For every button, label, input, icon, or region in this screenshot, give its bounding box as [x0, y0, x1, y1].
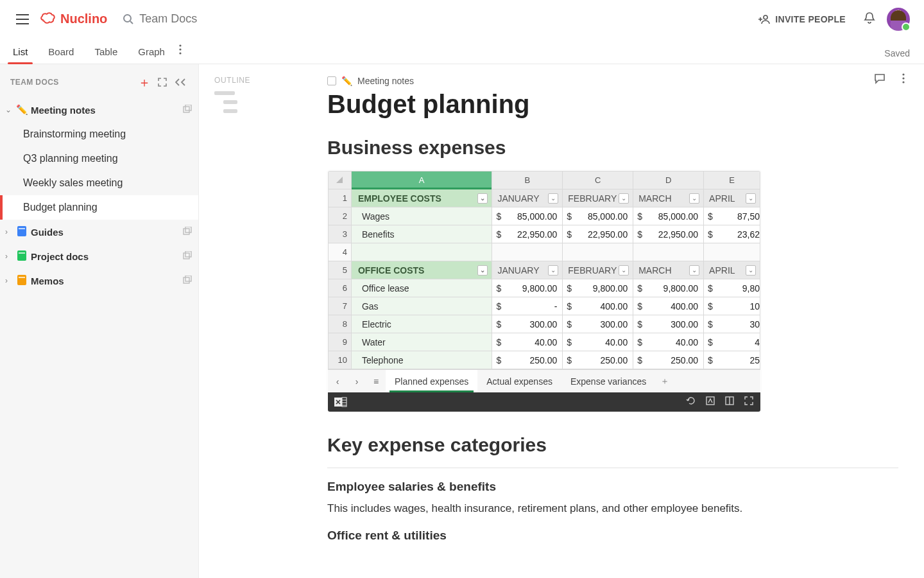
row-label[interactable]: Benefits [351, 225, 492, 243]
col-header-D[interactable]: D [633, 171, 704, 189]
sidebar-item-weekly-sales-meeting[interactable]: Weekly sales meeting [0, 171, 198, 195]
row-number[interactable]: 1 [329, 189, 352, 207]
row-number[interactable]: 2 [329, 207, 352, 225]
month-header[interactable]: FEBRUARY⌄ [563, 261, 633, 279]
view-tab-board[interactable]: Board [47, 46, 75, 64]
col-header-C[interactable]: C [563, 171, 633, 189]
month-header[interactable]: JANUARY⌄ [492, 261, 563, 279]
cell[interactable]: $300.00 [492, 315, 563, 333]
month-header[interactable]: APRIL⌄ [704, 189, 760, 207]
cell[interactable]: $85,000.00 [633, 207, 704, 225]
row-number[interactable]: 4 [329, 243, 352, 261]
cell[interactable]: $85,000.00 [492, 207, 563, 225]
breadcrumb[interactable]: ✏️ Meeting notes [327, 76, 898, 86]
row-number[interactable]: 5 [329, 261, 352, 279]
dropdown-icon[interactable]: ⌄ [477, 193, 488, 204]
sidebar-expand-button[interactable] [153, 73, 171, 91]
dropdown-icon[interactable]: ⌄ [746, 265, 756, 276]
group-header[interactable]: EMPLOYEE COSTS⌄ [351, 189, 492, 207]
cell[interactable]: $40.00 [492, 333, 563, 351]
sheet-all-tabs-button[interactable]: ≡ [366, 376, 386, 387]
sidebar-item-q3-planning-meeting[interactable]: Q3 planning meeting [0, 146, 198, 171]
row-label[interactable]: Electric [351, 315, 492, 333]
row-label[interactable]: Wages [351, 207, 492, 225]
dropdown-icon[interactable]: ⌄ [689, 193, 699, 204]
sidebar-item-guides[interactable]: ›Guides [0, 220, 198, 244]
cell[interactable]: $25 [704, 351, 760, 369]
doc-more-button[interactable] [902, 73, 905, 87]
cell[interactable]: $30 [704, 315, 760, 333]
cell[interactable]: $250.00 [563, 351, 633, 369]
cell[interactable]: $85,000.00 [563, 207, 633, 225]
dropdown-icon[interactable]: ⌄ [689, 265, 699, 276]
cell[interactable]: $87,50 [704, 207, 760, 225]
row-label[interactable]: Water [351, 333, 492, 351]
view-more-button[interactable] [179, 44, 182, 64]
notifications-button[interactable] [864, 12, 875, 27]
cell[interactable]: $22,950.00 [492, 225, 563, 243]
row-number[interactable]: 10 [329, 351, 352, 369]
sidebar-item-project-docs[interactable]: ›Project docs [0, 244, 198, 268]
view-tab-list[interactable]: List [12, 46, 29, 64]
doc-comments-button[interactable] [874, 73, 886, 87]
dropdown-icon[interactable]: ⌄ [746, 193, 756, 204]
invite-people-button[interactable]: INVITE PEOPLE [752, 10, 852, 28]
sidebar-item-meeting-notes[interactable]: ⌄✏️Meeting notes [0, 98, 198, 122]
dropdown-icon[interactable]: ⌄ [477, 265, 488, 276]
sheet-tab-expense-variances[interactable]: Expense variances [561, 370, 655, 392]
cell[interactable]: $40.00 [633, 333, 704, 351]
cell[interactable]: $300.00 [633, 315, 704, 333]
month-header[interactable]: MARCH⌄ [633, 261, 704, 279]
dropdown-icon[interactable]: ⌄ [619, 193, 629, 204]
month-header[interactable]: FEBRUARY⌄ [563, 189, 633, 207]
cell[interactable]: $9,800.00 [633, 279, 704, 297]
cell[interactable]: $9,800.00 [563, 279, 633, 297]
col-header-E[interactable]: E [704, 171, 760, 189]
sidebar-collapse-button[interactable] [171, 73, 189, 91]
sheet-add-tab-button[interactable]: ＋ [655, 376, 674, 387]
row-label[interactable]: Gas [351, 297, 492, 315]
sheet-next-button[interactable]: › [347, 376, 366, 387]
view-tab-table[interactable]: Table [93, 46, 119, 64]
row-number[interactable]: 9 [329, 333, 352, 351]
row-number[interactable]: 7 [329, 297, 352, 315]
dropdown-icon[interactable]: ⌄ [548, 193, 558, 204]
row-number[interactable]: 6 [329, 279, 352, 297]
group-header[interactable]: OFFICE COSTS⌄ [351, 261, 492, 279]
row-label[interactable]: Telephone [351, 351, 492, 369]
cell[interactable]: $23,62 [704, 225, 760, 243]
search[interactable] [123, 12, 306, 26]
sidebar-add-button[interactable]: ＋ [135, 73, 153, 91]
view-tab-graph[interactable]: Graph [137, 46, 166, 64]
sheet-tab-actual-expenses[interactable]: Actual expenses [477, 370, 561, 392]
cell[interactable]: $9,800.00 [492, 279, 563, 297]
cell[interactable]: $22,950.00 [633, 225, 704, 243]
sheet-corner[interactable] [329, 171, 352, 189]
sheet-toolbar-info[interactable] [705, 396, 715, 408]
month-header[interactable]: MARCH⌄ [633, 189, 704, 207]
sheet-prev-button[interactable]: ‹ [328, 376, 347, 387]
row-label[interactable]: Office lease [351, 279, 492, 297]
cell[interactable]: $- [492, 297, 563, 315]
sheet-toolbar-fullscreen[interactable] [744, 396, 754, 408]
cell[interactable]: $9,80 [704, 279, 760, 297]
sheet-toolbar-columns[interactable] [724, 396, 735, 408]
col-header-B[interactable]: B [492, 171, 563, 189]
cell[interactable]: $400.00 [563, 297, 633, 315]
search-input[interactable] [139, 12, 306, 26]
cell[interactable]: $250.00 [633, 351, 704, 369]
row-number[interactable]: 8 [329, 315, 352, 333]
cell[interactable]: $4 [704, 333, 760, 351]
sidebar-item-budget-planning[interactable]: Budget planning [0, 195, 198, 220]
dropdown-icon[interactable]: ⌄ [619, 265, 629, 276]
sheet-tab-planned-expenses[interactable]: Planned expenses [386, 370, 477, 392]
sidebar-item-memos[interactable]: ›Memos [0, 268, 198, 293]
user-avatar[interactable] [887, 8, 910, 31]
row-number[interactable]: 3 [329, 225, 352, 243]
month-header[interactable]: JANUARY⌄ [492, 189, 563, 207]
brand-logo[interactable]: Nuclino [40, 12, 107, 26]
month-header[interactable]: APRIL⌄ [704, 261, 760, 279]
sheet-toolbar-refresh[interactable] [686, 396, 696, 408]
col-header-A[interactable]: A [351, 171, 492, 189]
spreadsheet-embed[interactable]: ABCDE1EMPLOYEE COSTS⌄JANUARY⌄FEBRUARY⌄MA… [327, 170, 761, 412]
